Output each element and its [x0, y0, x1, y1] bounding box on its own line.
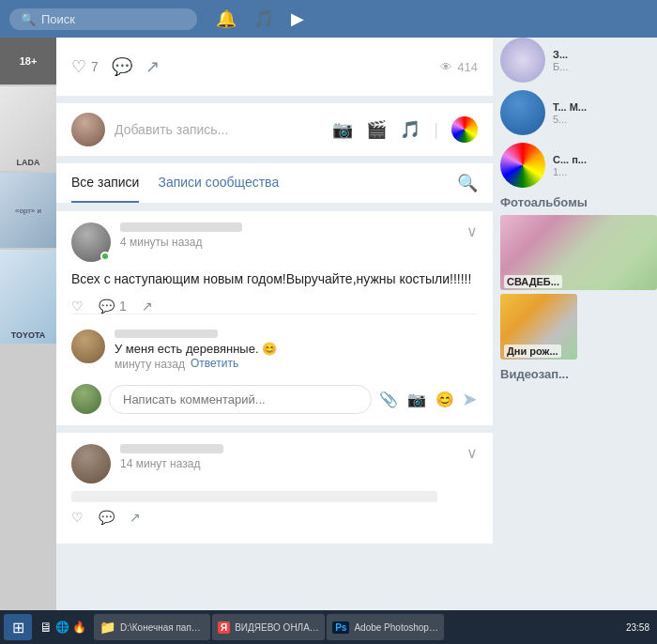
comment-icon-1: 💬 [99, 299, 115, 314]
add-post-placeholder[interactable]: Добавить запись... [115, 122, 323, 137]
like-count: 7 [91, 59, 99, 74]
camera-icon[interactable]: 📷 [407, 391, 426, 408]
vk-icon: Я [218, 621, 230, 634]
tab-all-posts[interactable]: Все записи [71, 163, 139, 203]
user-avatar [71, 113, 105, 146]
post-header-1: 4 минуты назад ∨ [71, 222, 478, 262]
vk-label: ВИДЯЕВО ОНЛАЙН ... [235, 622, 319, 633]
post-comment-btn-1[interactable]: 💬 1 [99, 299, 127, 314]
taskbar-app-1[interactable]: 🖥 🌐 🔥 [34, 614, 92, 640]
taskbar: ⊞ 🖥 🌐 🔥 📁 D:\Конечная папка\... Я ВИДЯЕВ… [0, 610, 657, 644]
share-icon: ↗ [145, 56, 160, 77]
top-nav: 🔍 Поиск 🔔 🎵 ▶ [0, 0, 657, 38]
video-icon[interactable]: ▶ [291, 8, 304, 29]
like-icon-1: ♡ [71, 299, 84, 314]
taskbar-icon-1: 🖥 [39, 620, 53, 635]
music-upload-icon[interactable]: 🎵 [400, 119, 420, 140]
post-share-btn-2[interactable]: ↗ [130, 510, 141, 525]
comment-body-1: У меня есть деревянные. 😊 минуту назад О… [115, 330, 478, 371]
friend-name-2: Т... М... [553, 100, 657, 114]
comment-icon-2: 💬 [99, 510, 115, 525]
post-like-btn-1[interactable]: ♡ [71, 299, 84, 314]
post-collapse-1[interactable]: ∨ [466, 222, 478, 240]
folder-icon: 📁 [99, 620, 115, 635]
album-thumb-1[interactable]: СВАДЕБ... [500, 215, 657, 290]
post-footer-2: ♡ 💬 ↗ [71, 510, 478, 525]
comment-input-avatar [71, 384, 101, 414]
comment-button[interactable]: 💬 [112, 56, 132, 77]
online-badge [100, 252, 110, 261]
left-sidebar: 18+ LADA «орт» и TOYOTA [0, 38, 56, 610]
search-icon: 🔍 [21, 12, 36, 26]
share-icon-1: ↗ [142, 299, 153, 314]
post-time-1: 4 минуты назад [120, 236, 457, 249]
search-bar[interactable]: 🔍 Поиск [9, 8, 197, 30]
post-collapse-2[interactable]: ∨ [466, 444, 478, 462]
eye-icon: 👁 [440, 60, 452, 74]
taskbar-right: 23:58 [626, 622, 653, 633]
views-number: 414 [457, 60, 478, 74]
nav-icons: 🔔 🎵 ▶ [216, 8, 304, 29]
share-button[interactable]: ↗ [145, 56, 160, 77]
post-like-btn-2[interactable]: ♡ [71, 510, 84, 525]
start-button[interactable]: ⊞ [4, 614, 32, 640]
ad-18plus: 18+ [0, 38, 56, 84]
top-post-card: ♡ 7 💬 ↗ 👁 414 [56, 38, 493, 96]
music-icon[interactable]: 🎵 [253, 8, 274, 29]
taskbar-app-vk[interactable]: Я ВИДЯЕВО ОНЛАЙН ... [212, 614, 325, 640]
ad-block-mid[interactable]: «орт» и [0, 173, 56, 248]
comment-input-field[interactable] [109, 385, 372, 414]
sidebar-friend-3[interactable]: С... п... 1... [500, 143, 657, 188]
post-item-1: 4 минуты назад ∨ Всех с наступающим новы… [56, 211, 493, 425]
ad-toyota[interactable]: TOYOTA [0, 250, 56, 344]
tab-search-icon[interactable]: 🔍 [457, 173, 478, 193]
ps-icon: Ps [332, 621, 349, 634]
reply-link-1[interactable]: Ответить [191, 357, 238, 370]
video-title: Видеозап... [500, 367, 657, 381]
friend-name-1: З... [553, 48, 657, 61]
post-author-name-2 [120, 444, 223, 453]
video-upload-icon[interactable]: 🎬 [366, 119, 387, 140]
taskbar-app-folder[interactable]: 📁 D:\Конечная папка\... [94, 614, 210, 640]
separator: | [434, 120, 438, 140]
post-share-btn-1[interactable]: ↗ [142, 299, 153, 314]
taskbar-icon-3: 🔥 [72, 621, 86, 634]
ad-lada[interactable]: LADA [0, 86, 56, 171]
album-thumb-2[interactable]: Дни рож... [500, 294, 577, 360]
album-label-1: СВАДЕБ... [504, 275, 562, 288]
post-time-2: 14 минут назад [120, 457, 457, 470]
like-icon-2: ♡ [71, 510, 84, 525]
post-comment-btn-2[interactable]: 💬 [99, 510, 115, 525]
post-author-avatar-2 [71, 444, 111, 483]
friend-info-2: Т... М... 5... [553, 100, 657, 125]
sidebar-friend-1[interactable]: З... Б... [500, 38, 657, 83]
comment-author-1 [115, 330, 218, 338]
photo-upload-icon[interactable]: 📷 [332, 119, 353, 140]
add-post-card: Добавить запись... 📷 🎬 🎵 | [56, 103, 493, 156]
comment-input-icons: 📎 📷 😊 [379, 391, 454, 408]
tab-community-posts[interactable]: Записи сообщества [158, 163, 279, 203]
tabs-bar: Все записи Записи сообщества 🔍 [56, 163, 493, 204]
friend-name-3: С... п... [553, 153, 657, 166]
taskbar-app-photoshop[interactable]: Ps Adobe Photoshop CS... [327, 614, 444, 640]
add-post-icons: 📷 🎬 🎵 | [332, 116, 478, 143]
comment-item-1: У меня есть деревянные. 😊 минуту назад О… [71, 322, 478, 378]
taskbar-time: 23:58 [626, 622, 649, 633]
emoji-icon[interactable]: 😊 [435, 391, 454, 408]
notifications-icon[interactable]: 🔔 [216, 8, 237, 29]
sidebar-friend-2[interactable]: Т... М... 5... [500, 90, 657, 135]
friend-avatar-3 [500, 143, 545, 188]
comment-input-row: 📎 📷 😊 ➤ [71, 384, 478, 414]
colorful-icon[interactable] [451, 116, 478, 143]
views-count: 👁 414 [440, 60, 478, 74]
taskbar-icon-2: 🌐 [55, 621, 69, 634]
right-sidebar: З... Б... Т... М... 5... С... п... 1... … [493, 38, 657, 610]
comment-avatar-1 [71, 330, 105, 363]
like-button[interactable]: ♡ 7 [71, 56, 99, 77]
main-layout: 18+ LADA «орт» и TOYOTA ♡ 7 💬 ↗ [0, 38, 657, 610]
send-icon[interactable]: ➤ [462, 388, 478, 410]
center-content: ♡ 7 💬 ↗ 👁 414 Добавить запись... � [56, 38, 493, 610]
albums-grid: СВАДЕБ... Дни рож... [500, 215, 657, 360]
friend-info-1: З... Б... [553, 48, 657, 72]
attach-icon[interactable]: 📎 [379, 391, 398, 408]
